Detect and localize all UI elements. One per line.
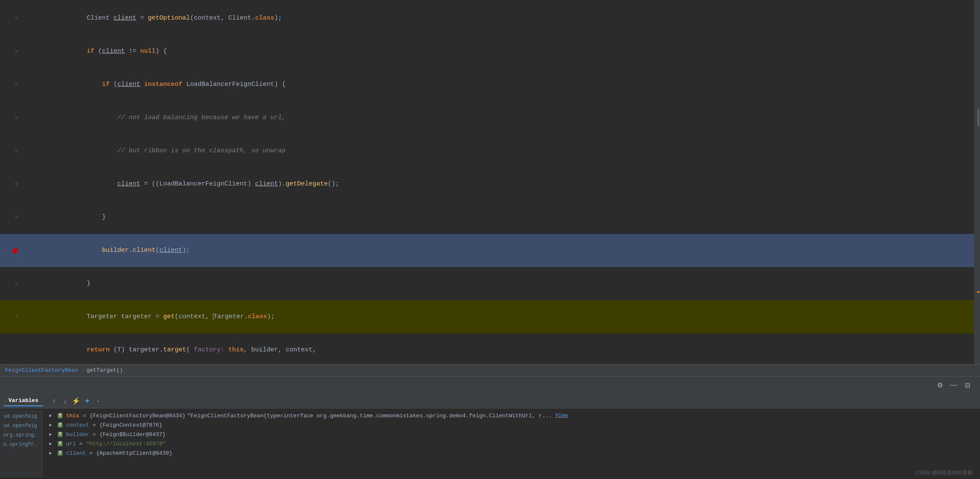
var-desc-this: "FeignClientFactoryBean{type=interface o… [187,413,552,419]
token-lbfc2: LoadBalancerFeignClient [159,180,247,188]
left-panel: ud.openfeig ud.openfeig org.springfra o.… [0,410,42,477]
expand-builder[interactable]: ▶ [49,432,54,437]
var-val-client: {ApacheHttpClient@8439} [96,450,172,456]
variables-tab[interactable]: Variables [3,396,43,406]
fold-icon-4[interactable]: ▽ [15,112,18,123]
fold-icon-6[interactable]: ▽ [15,179,18,190]
breadcrumb-item-2[interactable]: getTarget() [86,367,123,374]
code-content-4: // not load balancing because we have a … [21,101,980,134]
line-gutter-9: ▽ [0,278,21,289]
fold-icon-7[interactable]: ▽ [15,212,18,223]
var-item-url[interactable]: ▶ f url = "http://localhost:45678" [42,439,980,448]
add-watch-button[interactable]: + [82,396,92,406]
left-panel-item-3[interactable]: org.springfra [0,431,42,440]
breakpoint-indicator[interactable] [13,248,18,253]
scrollbar-error-marker [977,291,980,293]
expand-this[interactable]: ▶ [49,413,54,418]
scroll-up-button[interactable]: ↑ [49,396,59,406]
scrollbar-thumb[interactable] [977,109,979,126]
line-gutter-3: ▽ [0,79,21,90]
code-editor: ▽ Client client = getOptional(context, C… [0,0,980,364]
settings-icon-button[interactable]: ⚙ [936,381,944,389]
minus-icon: - [97,397,99,405]
code-line-1: ▽ Client client = getOptional(context, C… [0,2,980,35]
line-gutter-7: ▽ [0,212,21,223]
token-client-method: client [133,247,156,254]
fold-icon-1[interactable]: ▽ [15,13,18,24]
token-lbfc: LoadBalancerFeignClient [186,81,274,88]
token-null-1: null [140,48,156,55]
expand-context[interactable]: ▶ [49,422,54,428]
token-return: return [87,346,110,354]
breadcrumb-item-1[interactable]: FeignClientFactoryBean [5,367,78,374]
code-content-7: } [21,201,980,234]
expand-url[interactable]: ▶ [49,441,54,446]
view-link-this[interactable]: View [555,413,568,419]
code-line-6: ▽ client = ((LoadBalancerFeignClient) cl… [0,168,980,201]
var-item-builder[interactable]: ▶ f builder = {Feign$Builder@8437} [42,430,980,439]
token-class-kw: class [248,313,267,320]
token-client-3: client [117,180,140,188]
split-icon-button[interactable]: ⊟ [963,381,972,389]
line-gutter-1: ▽ [0,13,21,24]
code-line-10: ▽ Targeter targeter = get(context, Targe… [0,300,980,334]
fold-icon-5[interactable]: ▽ [15,145,18,157]
var-val-context: {FeignContext@7876} [99,422,162,428]
code-content-1: Client client = getOptional(context, Cli… [21,2,980,35]
code-content-2: if (client != null) { [21,35,980,68]
token-if-2: if [102,81,110,88]
code-content-8: builder.client(client); [21,234,980,267]
variables-list: ▶ f this = {FeignClientFactoryBean@8434}… [42,410,980,477]
token-targeter-type: Targeter [87,313,117,320]
scroll-down-button[interactable]: ↓ [60,396,70,406]
minimize-icon-button[interactable]: — [949,381,958,389]
left-panel-item-4[interactable]: o.springfram [0,440,42,449]
token-if-1: if [87,48,94,55]
token-param-1: context [194,14,221,22]
token-kw-1: class [255,14,274,22]
code-content-11: return (T) targeter.target( factory: thi… [21,334,980,364]
var-item-client[interactable]: ▶ f client = {ApacheHttpClient@8439} [42,448,980,458]
expand-client[interactable]: ▶ [49,450,54,456]
code-line-2: ▽ if (client != null) { [0,35,980,68]
debug-panel: Variables ↑ ↓ ⚡ + - [0,394,980,479]
left-panel-item-2[interactable]: ud.openfeig [0,421,42,431]
breadcrumb-separator: › [81,367,84,374]
token-client-2: client [117,81,140,88]
up-arrow-icon: ↑ [52,397,56,405]
line-gutter-6: ▽ [0,179,21,190]
left-panel-item-1[interactable]: ud.openfeig [0,412,42,421]
line-gutter-5: ▽ [0,145,21,157]
filter-button[interactable]: ⚡ [71,396,81,406]
variables-content: ud.openfeig ud.openfeig org.springfra o.… [0,408,980,479]
var-icon-url: f [58,441,62,446]
token-client-arg: client [159,247,182,254]
code-line-4: ▽ // not load balancing because we have … [0,101,980,134]
token-context-2: context [178,313,205,320]
vertical-scrollbar[interactable] [974,0,980,364]
watermark: CSDN @阿昌喜欢吃资栋 [915,469,972,476]
main-container: ▽ Client client = getOptional(context, C… [0,0,980,479]
var-icon-this: f [58,413,62,418]
var-item-this[interactable]: ▶ f this = {FeignClientFactoryBean@8434}… [42,411,980,420]
remove-watch-button[interactable]: - [93,396,103,406]
token-targeter-class: Targeter [213,313,244,320]
fold-icon-3[interactable]: ▽ [15,79,18,90]
fold-icon-2[interactable]: ▽ [15,46,18,57]
breadcrumb-bar: FeignClientFactoryBean › getTarget() [0,364,980,376]
var-item-context[interactable]: ▶ f context = {FeignContext@7876} [42,420,980,430]
token-builder-2: builder [251,346,278,354]
token-var-1: client [113,14,136,22]
token-factory-label: factory: [194,346,224,354]
var-icon-client: f [58,450,62,456]
fold-icon-10[interactable]: ▽ [15,311,18,322]
divider-bar: ⚙ — ⊟ [0,376,980,394]
var-eq-builder: = [93,431,96,438]
token-T: T [117,346,121,354]
var-val-url: "http://localhost:45678" [86,441,166,447]
fold-icon-9[interactable]: ▽ [15,278,18,289]
token-builder: builder [102,247,129,254]
var-name-url: url [66,441,76,447]
var-eq-context: = [93,422,96,428]
var-name-this: this [66,413,79,419]
